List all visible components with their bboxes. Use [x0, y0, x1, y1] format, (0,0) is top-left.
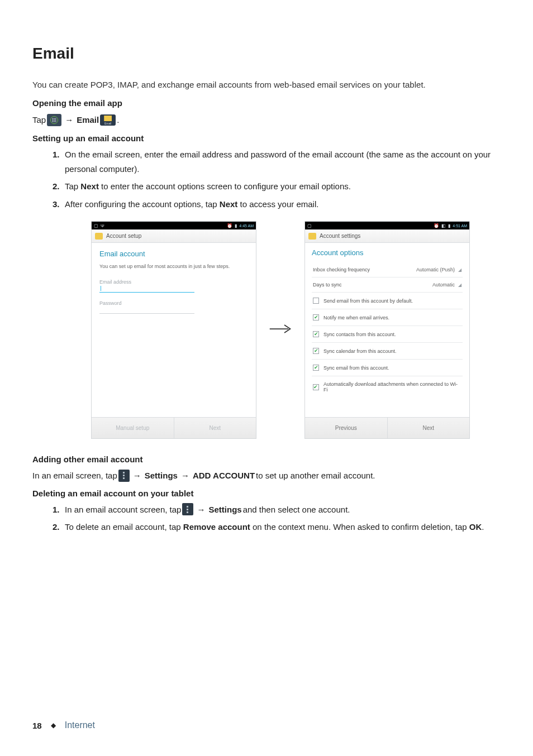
svg-point-5 [54, 119, 55, 121]
page-number: 18 [32, 721, 42, 730]
battery-icon: ▮ [448, 223, 450, 228]
bottom-bar: Previous Next [305, 417, 469, 438]
check-label: Automatically download attachments when … [323, 381, 461, 393]
usb-icon: Ψ [101, 223, 104, 228]
step-text: To delete an email account, tap [65, 522, 183, 532]
opening-tap-line: Tap → Email Email . [32, 112, 501, 128]
bottom-bar: Manual setup Next [92, 417, 256, 438]
section-title: Email account [99, 250, 248, 258]
notify-checkbox-row[interactable]: Notify me when email arrives. [312, 309, 463, 326]
wifi-icon: ◧ [441, 223, 446, 228]
setup-steps-list: On the email screen, enter the email add… [53, 147, 501, 211]
step-text: Tap [65, 181, 80, 191]
setup-step-2: Tap Next to enter the account options sc… [53, 179, 501, 194]
opening-subheading: Opening the email app [32, 98, 501, 108]
overflow-menu-icon [182, 503, 193, 515]
auto-download-checkbox-row[interactable]: Automatically download attachments when … [312, 376, 463, 398]
email-icon [308, 233, 316, 240]
svg-point-6 [55, 119, 56, 121]
deleting-subheading: Deleting an email account on your tablet [32, 489, 501, 498]
svg-point-9 [55, 121, 56, 122]
footer-section: Internet [65, 720, 95, 730]
checkbox-checked-icon [313, 331, 319, 337]
tap-period: . [117, 112, 119, 128]
default-account-checkbox-row[interactable]: Send email from this account by default. [312, 293, 463, 309]
checkbox-checked-icon [313, 365, 319, 371]
tablet-icon: ▢ [307, 223, 312, 228]
titlebar-text: Account setup [106, 233, 141, 239]
check-label: Sync calendar from this account. [323, 348, 397, 354]
sync-email-checkbox-row[interactable]: Sync email from this account. [312, 360, 463, 376]
sync-contacts-checkbox-row[interactable]: Sync contacts from this account. [312, 326, 463, 343]
step-text: On the email screen, enter the email add… [65, 150, 491, 174]
intro-paragraph: You can create POP3, IMAP, and exchange … [32, 78, 501, 92]
step-text: on the context menu. When asked to confi… [250, 522, 469, 532]
page-footer: 18 ◆ Internet [32, 720, 95, 730]
status-bar: ▢ Ψ ⏰ ▮ 4:45 AM [92, 222, 256, 229]
svg-point-1 [53, 118, 54, 119]
arrow-glyph: → [131, 468, 144, 483]
screenshots-row: ▢ Ψ ⏰ ▮ 4:45 AM Account setup Email acco… [60, 221, 501, 439]
battery-icon: ▮ [235, 223, 237, 228]
check-label: Notify me when email arrives. [323, 315, 389, 320]
setup-hint: You can set up email for most accounts i… [99, 264, 248, 270]
email-icon-caption: Email [104, 122, 112, 125]
svg-point-8 [54, 121, 55, 122]
sync-calendar-checkbox-row[interactable]: Sync calendar from this account. [312, 343, 463, 360]
step-bold: Next [220, 199, 238, 209]
status-time: 4:51 AM [453, 224, 467, 228]
arrow-glyph: → [194, 503, 207, 517]
arrow-glyph: → [63, 112, 75, 128]
checkbox-checked-icon [313, 314, 319, 320]
tap-prefix: Tap [32, 112, 46, 128]
step-bold: OK [469, 522, 482, 532]
step-bold: Settings [208, 503, 241, 517]
svg-point-3 [55, 118, 56, 119]
email-icon [95, 233, 103, 240]
screenshot-account-options: ▢ ⏰ ◧ ▮ 4:51 AM Account settings Account… [304, 221, 470, 439]
alarm-icon: ⏰ [434, 223, 439, 228]
svg-point-7 [53, 121, 54, 122]
step-text: After configuring the account options, t… [65, 199, 220, 209]
checkbox-checked-icon [313, 348, 319, 354]
checkbox-icon [313, 298, 319, 304]
status-bar: ▢ ⏰ ◧ ▮ 4:51 AM [305, 222, 469, 229]
check-label: Sync email from this account. [323, 365, 389, 371]
step-bold: Remove account [183, 522, 250, 532]
screen-body: Email account You can set up email for m… [92, 243, 256, 417]
add-account-label: ADD ACCOUNT [193, 468, 255, 483]
adding-post: to set up another email account. [256, 468, 375, 483]
check-label: Send email from this account by default. [323, 298, 413, 304]
screen-body: Account options Inbox checking frequency… [305, 243, 469, 417]
settings-label: Settings [145, 468, 178, 483]
password-field-label: Password [99, 300, 248, 306]
email-field-label: Email address [99, 279, 248, 285]
manual-setup-button[interactable]: Manual setup [92, 418, 174, 438]
next-button[interactable]: Next [387, 418, 470, 438]
option-value: Automatic [432, 282, 455, 288]
overflow-menu-icon [118, 470, 130, 482]
next-button[interactable]: Next [174, 418, 256, 438]
screenshot-account-setup: ▢ Ψ ⏰ ▮ 4:45 AM Account setup Email acco… [91, 221, 256, 439]
password-field[interactable] [99, 308, 194, 314]
step-text: to enter the account options screen to c… [99, 181, 351, 191]
step-text: In an email account screen, tap [65, 503, 181, 517]
delete-steps-list: In an email account screen, tap → Settin… [53, 503, 501, 534]
email-label: Email [77, 112, 99, 128]
days-to-sync-row[interactable]: Days to sync Automatic◢ [312, 277, 463, 293]
flow-arrow-icon [269, 321, 292, 339]
step-text: to access your email. [237, 199, 318, 209]
previous-button[interactable]: Previous [305, 418, 387, 438]
email-field[interactable] [99, 287, 194, 293]
dropdown-triangle-icon: ◢ [458, 267, 461, 272]
dropdown-triangle-icon: ◢ [458, 283, 461, 288]
option-label: Inbox checking frequency [313, 267, 370, 272]
checkbox-checked-icon [313, 384, 319, 390]
option-label: Days to sync [313, 282, 342, 288]
delete-step-1: In an email account screen, tap → Settin… [53, 503, 501, 517]
setup-step-1: On the email screen, enter the email add… [53, 147, 501, 176]
svg-point-2 [54, 118, 55, 119]
delete-step-2: To delete an email account, tap Remove a… [53, 520, 501, 534]
inbox-frequency-row[interactable]: Inbox checking frequency Automatic (Push… [312, 262, 463, 277]
footer-diamond-icon: ◆ [51, 721, 56, 729]
